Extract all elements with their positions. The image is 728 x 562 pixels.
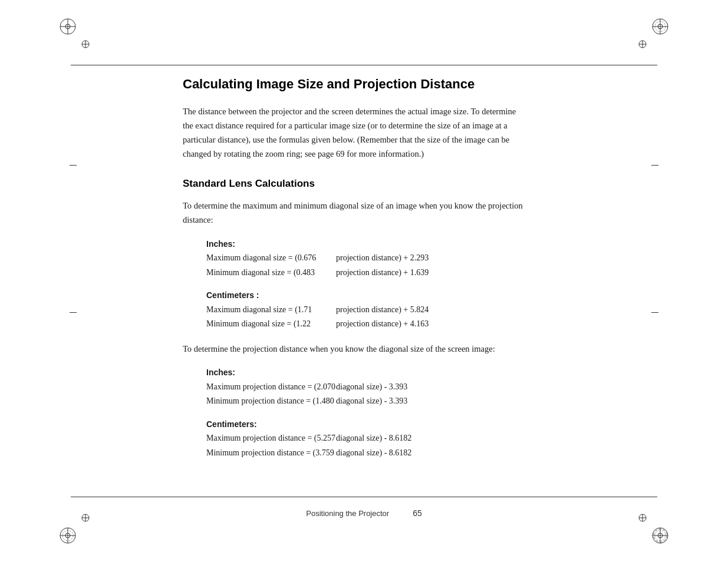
corner-mark-tl [59,18,94,53]
section-outro: To determine the projection distance whe… [183,342,525,356]
formula-label-cm-2: Centimeters: [206,417,657,432]
formula-line-3a: Maximum projection distance = (2.070 dia… [206,380,657,395]
rule-bottom [71,497,657,497]
formula-rest-4a: diagonal size) - 8.6182 [336,431,411,446]
formula-eq-2a: Maximum diagonal size = (1.71 [206,303,336,318]
footer-title: Positioning the Projector [306,509,389,518]
formula-eq-4a: Maximum projection distance = (5.257 [206,431,336,446]
formula-line-1b: Minimum diagonal size = (0.483 projectio… [206,266,657,280]
page: Calculating Image Size and Projection Di… [0,0,728,562]
tick-left-mid [70,312,77,313]
formula-rest-3b: diagonal size) - 3.393 [336,394,407,409]
formula-line-4b: Minimum projection distance = (3.759 dia… [206,446,657,461]
tick-left-top [70,165,77,166]
formula-rest-4b: diagonal size) - 8.6182 [336,446,411,461]
formula-block-inches-2: Inches: Maximum projection distance = (2… [206,365,657,409]
formula-eq-3a: Maximum projection distance = (2.070 [206,380,336,395]
main-title: Calculating Image Size and Projection Di… [183,77,657,92]
formula-block-cm-1: Centimeters : Maximum diagonal size = (1… [206,288,657,332]
formula-eq-1b: Minimum diagonal size = (0.483 [206,266,336,280]
formula-rest-2a: projection distance) + 5.824 [336,303,429,318]
formula-line-1a: Maximum diagonal size = (0.676 projectio… [206,251,657,266]
rule-top [71,65,657,65]
main-content: Calculating Image Size and Projection Di… [183,77,657,485]
formula-rest-3a: diagonal size) - 3.393 [336,380,407,395]
formula-line-2b: Minimum diagonal size = (1.22 projection… [206,317,657,332]
formula-block-inches-1: Inches: Maximum diagonal size = (0.676 p… [206,237,657,280]
formula-rest-1a: projection distance) + 2.293 [336,251,429,266]
formula-eq-2b: Minimum diagonal size = (1.22 [206,317,336,332]
formula-eq-4b: Minimum projection distance = (3.759 [206,446,336,461]
formula-rest-1b: projection distance) + 1.639 [336,266,429,280]
formula-line-3b: Minimum projection distance = (1.480 dia… [206,394,657,409]
formula-eq-3b: Minimum projection distance = (1.480 [206,394,336,409]
formula-block-cm-2: Centimeters: Maximum projection distance… [206,417,657,461]
footer-page-number: 65 [413,508,422,518]
formula-eq-1a: Maximum diagonal size = (0.676 [206,251,336,266]
formula-line-4a: Maximum projection distance = (5.257 dia… [206,431,657,446]
section-intro: To determine the maximum and minimum dia… [183,199,525,227]
footer: Positioning the Projector 65 [71,508,657,518]
formula-label-cm-1: Centimeters : [206,288,657,303]
formula-rest-2b: projection distance) + 4.163 [336,317,429,332]
formula-label-inches-1: Inches: [206,237,657,252]
formula-line-2a: Maximum diagonal size = (1.71 projection… [206,303,657,318]
corner-mark-tr [634,18,669,53]
intro-paragraph: The distance between the projector and t… [183,105,525,161]
formula-label-inches-2: Inches: [206,365,657,380]
section-title: Standard Lens Calculations [183,178,657,190]
